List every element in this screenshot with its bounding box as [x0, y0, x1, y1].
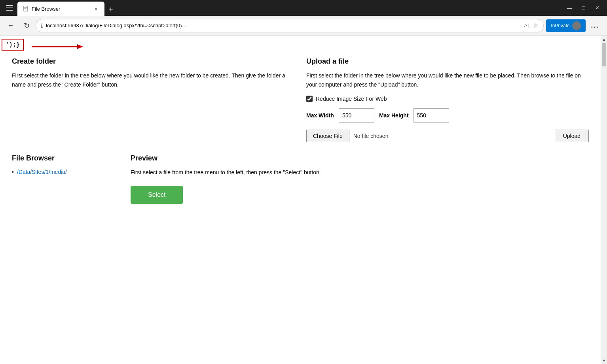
code-snippet: ');} — [2, 39, 24, 51]
max-height-input[interactable] — [414, 108, 449, 123]
file-browser-section: File Browser • /Data/Sites/1/media/ — [12, 154, 123, 204]
window-close-button[interactable]: × — [592, 3, 603, 13]
upload-button[interactable]: Upload — [555, 130, 589, 142]
reading-mode-icon[interactable]: A↕ — [524, 23, 530, 28]
upload-file-section: Upload a file First select the folder in… — [306, 57, 589, 142]
create-folder-section: Create folder First select the folder in… — [12, 57, 294, 142]
new-tab-button[interactable]: + — [104, 5, 117, 14]
sidebar-toggle[interactable] — [4, 2, 15, 13]
no-file-chosen-text: No file chosen — [353, 133, 389, 139]
create-folder-title: Create folder — [12, 57, 294, 66]
max-width-label: Max Width — [306, 112, 334, 119]
svg-rect-1 — [6, 8, 13, 8]
tree-bullet: • — [12, 169, 14, 175]
dimensions-row: Max Width Max Height — [306, 108, 589, 123]
max-height-label: Max Height — [379, 112, 409, 119]
tab-page-icon — [23, 6, 28, 11]
tree-link[interactable]: /Data/Sites/1/media/ — [17, 169, 67, 175]
upload-file-title: Upload a file — [306, 57, 589, 66]
inprivate-button[interactable]: InPrivate — [546, 19, 585, 32]
favorites-icon[interactable]: ☆ — [533, 22, 539, 29]
create-folder-description: First select the folder in the tree belo… — [12, 71, 294, 89]
preview-title: Preview — [131, 154, 589, 162]
avatar — [572, 21, 581, 30]
address-bar[interactable]: ℹ localhost:56987/Dialog/FileDialog.aspx… — [36, 19, 544, 32]
more-options-button[interactable]: ... — [588, 21, 603, 31]
reduce-image-checkbox[interactable] — [306, 96, 313, 102]
file-tree-item: • /Data/Sites/1/media/ — [12, 169, 123, 175]
window-minimize-button[interactable]: — — [563, 3, 575, 13]
file-browser-title: File Browser — [12, 154, 123, 162]
svg-rect-0 — [6, 5, 13, 6]
svg-marker-5 — [77, 44, 83, 49]
tab-title: File Browser — [32, 6, 60, 12]
reduce-image-label[interactable]: Reduce Image Size For Web — [316, 96, 387, 102]
scroll-thumb[interactable] — [602, 43, 606, 66]
select-button[interactable]: Select — [131, 186, 183, 204]
scroll-track — [601, 43, 607, 357]
address-text: localhost:56987/Dialog/FileDialog.aspx/?… — [46, 23, 521, 28]
active-tab[interactable]: File Browser × — [17, 2, 104, 16]
nav-back-button[interactable]: ← — [4, 19, 17, 32]
choose-file-button[interactable]: Choose File — [306, 130, 349, 142]
scrollbar[interactable]: ▲ ▼ — [601, 36, 607, 364]
info-icon: ℹ — [41, 23, 43, 29]
svg-rect-2 — [6, 10, 13, 11]
max-width-input[interactable] — [339, 108, 374, 123]
window-restore-button[interactable]: □ — [579, 3, 588, 13]
inprivate-label: InPrivate — [551, 23, 569, 28]
nav-refresh-button[interactable]: ↻ — [20, 19, 33, 32]
tab-close-button[interactable]: × — [93, 5, 99, 13]
reduce-image-checkbox-row: Reduce Image Size For Web — [306, 96, 589, 102]
file-chooser-row: Choose File No file chosen Upload — [306, 130, 589, 142]
scroll-down-arrow[interactable]: ▼ — [601, 357, 607, 364]
upload-file-description: First select the folder in the tree belo… — [306, 71, 589, 89]
scroll-up-arrow[interactable]: ▲ — [601, 36, 607, 43]
preview-description: First select a file from the tree menu t… — [131, 168, 589, 177]
preview-section: Preview First select a file from the tre… — [131, 154, 589, 204]
